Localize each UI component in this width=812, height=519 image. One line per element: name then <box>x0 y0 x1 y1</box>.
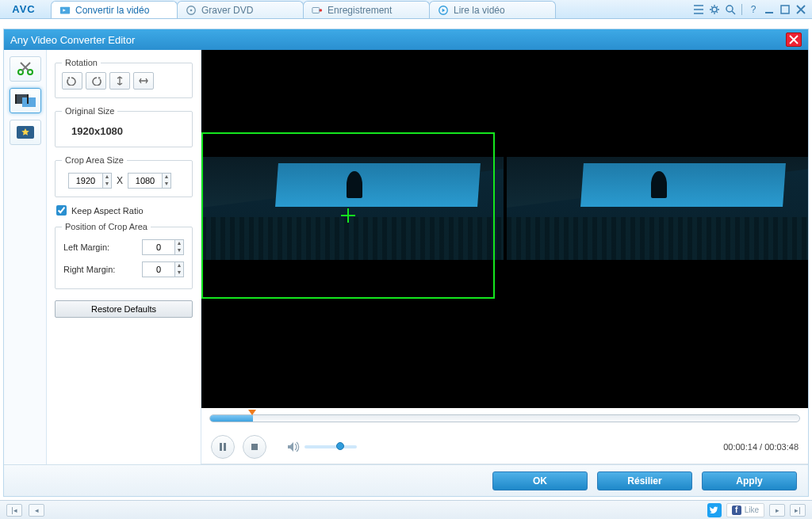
left-margin-spinner[interactable]: ▲▼ <box>142 239 184 255</box>
cut-tool[interactable] <box>10 56 41 82</box>
time-display: 00:00:14 / 00:03:48 <box>723 442 799 452</box>
svg-rect-3 <box>312 7 320 13</box>
original-size-legend: Original Size <box>62 106 117 116</box>
position-group: Position of Crop Area Left Margin: ▲▼ Ri… <box>55 222 193 289</box>
crop-width-input[interactable] <box>68 173 103 189</box>
svg-rect-13 <box>15 94 17 104</box>
help-icon[interactable]: ? <box>747 3 760 16</box>
tab-label: Enregistrement <box>327 5 392 16</box>
search-icon[interactable] <box>724 3 737 16</box>
minimize-icon[interactable] <box>763 3 776 16</box>
separator <box>741 4 742 15</box>
down-icon[interactable]: ▼ <box>163 181 170 188</box>
gear-icon[interactable] <box>708 3 721 16</box>
svg-rect-16 <box>220 443 222 451</box>
dialog-buttons: OK Résilier Apply <box>4 464 808 496</box>
timeline-track[interactable] <box>209 414 800 422</box>
preview-original <box>201 50 504 408</box>
app-logo: AVC <box>0 0 48 18</box>
ok-button[interactable]: OK <box>492 471 588 490</box>
list-icon[interactable] <box>692 3 705 16</box>
volume-slider[interactable] <box>304 445 357 448</box>
crop-height-spinner[interactable]: ▲▼ <box>128 173 171 189</box>
right-margin-spinner[interactable]: ▲▼ <box>142 261 184 277</box>
up-icon[interactable]: ▲ <box>163 174 170 181</box>
volume-thumb[interactable] <box>336 442 344 450</box>
left-margin-label: Left Margin: <box>63 242 109 252</box>
tab-label: Graver DVD <box>201 5 253 16</box>
close-icon[interactable] <box>795 3 807 16</box>
left-margin-input[interactable] <box>142 239 175 255</box>
editor-body: Rotation Original Size 1920x1080 Crop Ar… <box>4 50 808 464</box>
svg-rect-18 <box>251 444 258 450</box>
rotation-group: Rotation <box>55 58 193 98</box>
crop-height-input[interactable] <box>128 173 163 189</box>
transport-bar: 00:00:14 / 00:03:48 <box>201 430 808 464</box>
keep-aspect-checkbox[interactable]: Keep Aspect Ratio <box>56 205 193 216</box>
disc-icon <box>186 5 197 16</box>
keep-aspect-input[interactable] <box>56 205 67 216</box>
video-area[interactable] <box>201 50 808 408</box>
preview-result <box>507 50 809 408</box>
crop-tool[interactable] <box>10 88 41 113</box>
crop-size-group: Crop Area Size ▲▼ X ▲▼ <box>55 155 193 197</box>
tab-label: Lire la vidéo <box>454 5 505 16</box>
titlebar-actions: ? <box>688 0 812 18</box>
prev-page-button[interactable]: |◂ <box>6 504 22 517</box>
record-icon <box>312 5 323 16</box>
tool-rail <box>4 50 47 464</box>
stop-button[interactable] <box>243 435 266 459</box>
next-page-button[interactable]: ▸| <box>790 504 806 517</box>
up-icon[interactable]: ▲ <box>175 262 183 269</box>
up-icon[interactable]: ▲ <box>103 174 111 181</box>
svg-point-4 <box>320 9 323 12</box>
restore-defaults-button[interactable]: Restore Defaults <box>55 300 193 318</box>
app-titlebar: AVC Convertir la vidéo Graver DVD Enregi… <box>0 0 812 19</box>
pause-button[interactable] <box>211 435 235 459</box>
crop-center-icon <box>341 208 355 223</box>
maximize-icon[interactable] <box>779 3 791 16</box>
svg-point-2 <box>190 9 193 11</box>
status-text <box>51 505 701 516</box>
preview-stage: 00:00:14 / 00:03:48 <box>201 50 808 464</box>
tab-label: Convertir la vidéo <box>75 5 149 16</box>
editor-titlebar: Any Video Converter Editor <box>4 29 808 50</box>
rotation-legend: Rotation <box>62 58 101 67</box>
svg-rect-8 <box>781 6 789 13</box>
editor-close-button[interactable] <box>786 32 802 47</box>
crop-rectangle[interactable] <box>201 132 495 299</box>
right-margin-input[interactable] <box>142 261 175 277</box>
like-label: Like <box>745 506 759 514</box>
crop-sep: X <box>117 175 123 186</box>
play-icon <box>438 5 449 16</box>
down-icon[interactable]: ▼ <box>175 269 183 277</box>
playhead-marker-icon[interactable] <box>248 410 256 415</box>
up-icon[interactable]: ▲ <box>175 240 183 247</box>
svg-point-7 <box>726 6 733 12</box>
tab-play[interactable]: Lire la vidéo <box>429 1 556 18</box>
next-button[interactable]: ▸ <box>769 504 785 517</box>
facebook-like-button[interactable]: f Like <box>726 503 764 517</box>
facebook-icon: f <box>732 506 741 515</box>
tab-burn[interactable]: Graver DVD <box>177 1 304 18</box>
effects-tool[interactable] <box>10 120 41 145</box>
original-size-value: 1920x1080 <box>62 120 186 139</box>
rotate-cw-button[interactable] <box>86 72 106 90</box>
down-icon[interactable]: ▼ <box>175 247 183 254</box>
prev-button[interactable]: ◂ <box>29 504 44 517</box>
flip-vertical-button[interactable] <box>109 72 130 90</box>
apply-button[interactable]: Apply <box>702 471 797 490</box>
original-size-group: Original Size 1920x1080 <box>55 106 193 147</box>
tab-record[interactable]: Enregistrement <box>303 1 430 18</box>
twitter-icon[interactable] <box>707 503 722 517</box>
crop-width-spinner[interactable]: ▲▼ <box>68 173 112 189</box>
cancel-button[interactable]: Résilier <box>597 471 692 490</box>
crop-size-legend: Crop Area Size <box>62 155 127 165</box>
flip-horizontal-button[interactable] <box>133 72 154 90</box>
played-range <box>210 415 253 422</box>
down-icon[interactable]: ▼ <box>103 181 111 188</box>
keep-aspect-label: Keep Aspect Ratio <box>71 206 144 216</box>
tab-convert[interactable]: Convertir la vidéo <box>51 1 178 18</box>
rotate-ccw-button[interactable] <box>62 72 82 90</box>
volume-icon[interactable] <box>287 441 300 452</box>
